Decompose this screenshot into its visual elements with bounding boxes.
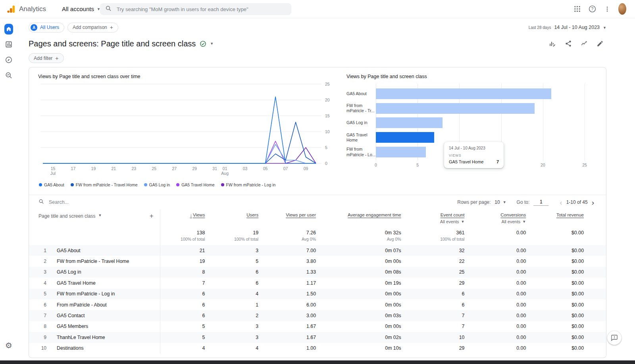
cell-total-revenue: $0.00	[526, 291, 584, 297]
admin-settings-button[interactable]: ⚙	[2, 339, 15, 352]
account-selector[interactable]: All accounts ▼	[60, 5, 103, 13]
segment-chip-all-users[interactable]: A All Users	[29, 23, 64, 33]
legend-item[interactable]: GA5 About	[39, 182, 64, 187]
cell-views: 8	[160, 269, 205, 275]
app-title: Analytics	[19, 5, 46, 13]
share-report-button[interactable]	[562, 37, 575, 50]
cell-users: 2	[205, 313, 258, 318]
cell-event-count: 32	[401, 248, 465, 253]
dimension-column-header[interactable]: Page title and screen class ▼ +	[38, 213, 160, 227]
goto-page-input[interactable]	[533, 199, 548, 206]
column-header-conversions[interactable]: Conversions All events ▼	[464, 213, 526, 227]
y-tick-label: 20	[325, 98, 330, 102]
data-quality-badge[interactable]	[200, 40, 206, 47]
row-page-title: FW from mPatricle - Travel Home	[57, 259, 129, 264]
edit-report-button[interactable]	[594, 37, 606, 50]
table-row[interactable]: 9 ThanhLe Travel Home 5 3 1.67 0m 02s 10…	[29, 332, 606, 343]
table-row[interactable]: 5 FW from mPatricle - Log in 6 4 1.50 0m…	[29, 289, 606, 299]
legend-item[interactable]: GA5 Log in	[144, 182, 170, 187]
cell-avg-engagement-time: 0m 00s	[316, 291, 401, 297]
rows-per-page-select[interactable]: 10 ▼	[495, 199, 506, 205]
add-dimension-button[interactable]: +	[150, 213, 154, 219]
sidebar-item-explore[interactable]	[2, 53, 15, 67]
table-row[interactable]: 2 FW from mPatricle - Travel Home 19 5 3…	[29, 256, 606, 266]
cell-users: 6	[205, 280, 258, 286]
x-tick-label: 03	[243, 166, 248, 171]
x-tick-label: 17	[71, 166, 76, 171]
analytics-logo-icon[interactable]	[6, 4, 16, 14]
sort-descending-icon: ↓	[190, 213, 192, 217]
table-row[interactable]: 6 From mPatricle - About 6 1 6.00 0m 00s…	[29, 299, 606, 310]
cell-conversions: 0.00	[464, 259, 526, 264]
date-range-selector[interactable]: Last 28 days 14 Jul - 10 Aug 2023 ▼	[529, 25, 606, 30]
legend-item[interactable]: FW from mPatricle - Log in	[221, 182, 276, 187]
total-views: 138 100% of total	[160, 230, 205, 245]
previous-page-button[interactable]: ‹	[557, 199, 564, 206]
pagination-range: 1-10 of 45	[566, 199, 588, 205]
x-tick-label: 09	[304, 166, 308, 171]
table-search-input[interactable]	[48, 199, 123, 205]
column-header-event-count[interactable]: Event count All events ▼	[401, 213, 465, 227]
cell-total-revenue: $0.00	[526, 324, 584, 329]
table-row[interactable]: 3 GA5 Log in 8 6 1.33 0m 08s 25 0.00 $0.…	[29, 267, 606, 278]
global-search[interactable]	[100, 3, 291, 15]
cell-total-revenue: $0.00	[526, 313, 584, 318]
legend-item[interactable]: FW from mPatricle - Travel Home	[71, 182, 138, 187]
bar-x-tick-label: 25	[582, 163, 587, 167]
table-row[interactable]: 8 GA5 Members 5 3 1.67 0m 00s 7 0.00 $0.…	[29, 321, 606, 332]
column-header-views-per-user[interactable]: Views per user	[258, 213, 316, 227]
column-header-views[interactable]: ↓Views	[160, 213, 205, 227]
row-page-title: Destinations	[57, 345, 84, 351]
apps-grid-button[interactable]	[571, 3, 583, 15]
help-button[interactable]: ?	[586, 3, 598, 15]
cell-views-per-user: 1.67	[258, 335, 316, 340]
column-divider	[160, 209, 160, 354]
add-filter-button[interactable]: Add filter +	[29, 53, 64, 63]
more-options-button[interactable]	[601, 3, 614, 15]
report-title-menu[interactable]: ▼	[210, 42, 214, 46]
cell-avg-engagement-time: 0m 00s	[316, 259, 401, 264]
table-row[interactable]: 1 GA5 About 21 3 7.00 0m 07s 32 0.00 $0.…	[29, 245, 606, 256]
sidebar-item-reports[interactable]	[2, 38, 15, 51]
bar-plot: 0510152025 14 Jul - 10 Aug 2023 VIEWS GA…	[376, 83, 585, 169]
insights-button[interactable]	[578, 37, 591, 50]
customize-report-icon	[549, 40, 556, 47]
event-count-filter[interactable]: All events ▼	[440, 219, 465, 224]
customize-report-button[interactable]	[546, 37, 559, 50]
table-row[interactable]: 4 GA5 Travel Home 7 6 1.17 0m 19s 29 0.0…	[29, 278, 606, 288]
bar-category-label: GA5 About	[346, 86, 376, 101]
table-row[interactable]: 7 GA5 Contact 6 2 3.00 0m 03s 7 0.00 $0.…	[29, 310, 606, 321]
x-tick-label: 23	[131, 166, 136, 171]
column-header-total-revenue[interactable]: Total revenue	[526, 213, 584, 227]
row-index: 5	[38, 291, 46, 297]
bar[interactable]	[376, 116, 585, 130]
data-table: Page title and screen class ▼ + ↓Views U…	[29, 209, 606, 354]
cell-total-revenue: $0.00	[526, 269, 584, 275]
cell-views-per-user: 3.80	[258, 259, 316, 264]
conversions-filter[interactable]: All events ▼	[502, 219, 526, 224]
sidebar-item-advertising[interactable]	[2, 69, 15, 82]
goto-label: Go to:	[517, 199, 530, 205]
legend-item[interactable]: GA5 Travel Home	[176, 182, 214, 187]
table-row[interactable]: 10 Destinations 4 4 1.00 0m 10s 29 0.00 …	[29, 343, 606, 354]
cell-users: 3	[205, 335, 258, 340]
next-page-button[interactable]: ›	[589, 199, 597, 206]
global-search-input[interactable]	[116, 6, 286, 13]
check-circle-icon	[200, 40, 206, 47]
x-tick-label: 27	[172, 166, 177, 171]
tooltip-date-range: 14 Jul - 10 Aug 2023	[449, 146, 499, 150]
row-page-title: GA5 Contact	[57, 313, 85, 318]
bar-x-tick-label: 20	[541, 163, 545, 167]
feedback-button[interactable]	[607, 331, 622, 345]
add-comparison-button[interactable]: Add comparison +	[67, 23, 118, 33]
bar[interactable]	[376, 86, 585, 101]
bar[interactable]	[376, 101, 585, 116]
cell-event-count: 29	[401, 280, 465, 286]
cell-event-count: 7	[401, 324, 465, 329]
sidebar-item-home[interactable]	[2, 22, 15, 36]
column-header-avg-engagement-time[interactable]: Average engagement time	[316, 213, 401, 227]
account-avatar[interactable]	[616, 3, 629, 15]
column-header-users[interactable]: Users	[205, 213, 258, 227]
apps-grid-icon	[574, 6, 581, 12]
cell-users: 3	[205, 324, 258, 329]
